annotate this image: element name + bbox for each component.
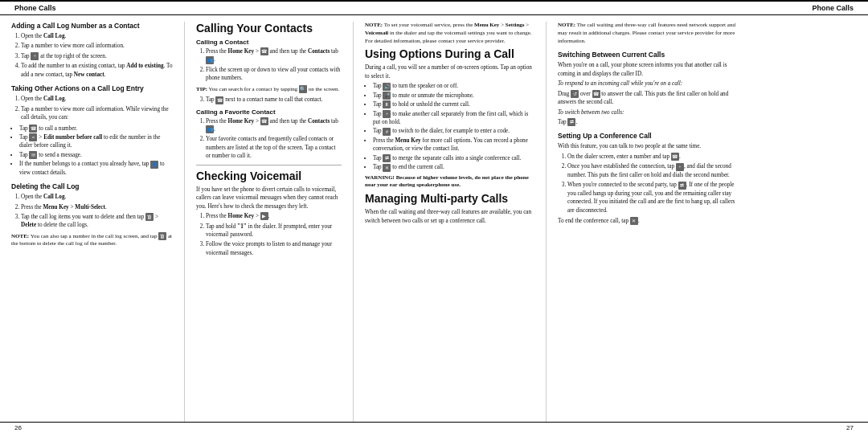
conference-call-body: With this feature, you can talk to two p… [558,142,736,150]
voicemail-steps: Press the Home Key > ▶. Tap and hold "1"… [196,212,342,257]
section2-title: Taking Other Actions on a Call Log Entry [11,84,173,92]
list-item: Open the Call Log. [21,95,173,103]
content-area: Adding a Call Log Number as a Contact Op… [0,15,868,422]
icon-del-small: 🗑 [158,232,166,240]
section2-steps: Open the Call Log. Tap a number to view … [11,95,173,121]
icon-msg: ✉ [29,151,37,159]
list-item: Press the Menu Key > Multi-Select. [21,203,173,211]
list-item: Press the Home Key > ▶. [206,212,342,220]
icon-delete: 🗑 [145,213,154,221]
icon-add-call: + [383,110,391,118]
conference-call-title: Setting Up a Conference Call [558,132,736,140]
calling-contact-tip: TIP: You can search for a contact by tap… [196,85,342,93]
list-item: When you're connected to the second part… [567,181,736,214]
header-left: Phone Calls [14,4,56,12]
icon-contact: 👤 [150,161,158,169]
icon-end-conf: ✕ [630,217,638,225]
list-item: Tap and hold "1" in the dialer. If promp… [206,223,342,239]
icon-call-contact: ☎ [215,96,223,104]
list-item: Tap ☎ to call a number. [19,125,173,133]
section3-title: Deleting the Call Log [11,182,173,190]
column-1: Adding a Call Log Number as a Contact Op… [0,22,185,422]
calling-favorite-steps: Press the Home Key > ☎ and then tap the … [196,117,342,161]
section3-steps: Open the Call Log. Press the Menu Key > … [11,193,173,230]
icon-hold: ⏸ [383,100,391,108]
note-top-col3: NOTE: To set your voicemail service, pre… [365,22,534,45]
section2-bullets: Tap ☎ to call a number. Tap ≡ > Edit num… [11,125,173,178]
list-item: Press the Home Key > ☎ and then tap the … [206,47,342,64]
checking-voicemail-title: Checking Voicemail [196,170,342,182]
italic-respond: To respond to an incoming call while you… [558,80,736,88]
italic-switch: To switch between two calls: [558,108,736,116]
conference-steps: On the dialer screen, enter a number and… [558,153,736,214]
icon-voicemail: ▶ [260,212,268,220]
list-item: Open the Call Log. [21,193,173,201]
icon-drag: ↺ [571,90,579,98]
footer-page-left: 26 [14,424,22,431]
section1-steps: Open the Call Log. Tap a number to view … [11,32,173,79]
icon-answer: ☎ [592,90,600,98]
icon-call-conf: ☎ [671,153,679,161]
icon-contacts-tab: 👥 [206,56,214,64]
warning-text: WARNING! Because of higher volume levels… [365,174,534,190]
list-item: Tap ☎ next to a contact name to call tha… [206,96,342,104]
switching-calls-body: When you're on a call, your phone screen… [558,61,736,78]
icon-search: 🔍 [299,85,307,93]
section3-note: NOTE: You can also tap a number in the c… [11,232,173,248]
divider [196,165,342,165]
footer-bar: 26 27 [0,422,868,433]
list-item: Flick the screen up or down to view all … [206,66,342,83]
column-4: NOTE: The call waiting and three-way cal… [547,22,747,422]
list-item: Tap # to switch to the dialer, for examp… [373,127,534,135]
header-bar: Phone Calls Phone Calls [0,0,868,15]
footer-page-right: 27 [846,424,854,431]
options-bullets: Tap 🔊 to turn the speaker on or off. Tap… [365,82,534,171]
list-item: Tap + at the top right of the screen. [21,52,173,60]
icon-mute: 🎤 [383,92,391,100]
list-item: If the number belongs to a contact you a… [19,160,173,177]
list-item: Tap the call log items you want to delet… [21,213,173,230]
list-item: To add the number to an existing contact… [21,62,173,79]
icon-dialer: # [383,128,391,136]
list-item: Press the Home Key > ☎ and then tap the … [206,117,342,134]
icon-menu: ≡ [29,133,37,141]
managing-multiparty-title: Managing Multi-party Calls [365,192,534,205]
list-item: Press the Menu Key for more call options… [373,137,534,153]
icon-end: ✕ [383,164,391,172]
using-options-body: During a call, you will see a number of … [365,63,534,80]
icon-add-conf: + [676,163,684,171]
icon-contacts-tab2: 👥 [206,125,214,133]
managing-multiparty-body: When the call waiting and three-way call… [365,208,534,225]
list-item: Tap ✕ to end the current call. [373,163,534,171]
icon-phone2: ☎ [260,117,268,125]
header-right: Phone Calls [812,4,854,12]
list-item: Tap a number to view more call informati… [21,42,173,50]
column-3: NOTE: To set your voicemail service, pre… [354,22,547,422]
section1-title: Adding a Call Log Number as a Contact [11,22,173,30]
using-options-title: Using Options During a Call [365,47,534,60]
icon-speaker: 🔊 [383,83,391,91]
list-item: Tap ⏸ to hold or unhold the current call… [373,100,534,108]
column-2: Calling Your Contacts Calling a Contact … [185,22,354,422]
calling-favorite-subtitle: Calling a Favorite Contact [196,108,342,116]
icon-merge-conf: ⇄ [678,182,686,190]
icon-top-right: + [31,52,39,60]
list-item: Tap + to make another call separately fr… [373,110,534,127]
list-item: Follow the voice prompts to listen to an… [206,240,342,257]
list-item: Your favorite contacts and frequently ca… [206,135,342,160]
calling-contact-subtitle: Calling a Contact [196,39,342,46]
calling-contacts-title: Calling Your Contacts [196,22,342,35]
list-item: Tap ⇄ to merge the separate calls into a… [373,154,534,162]
list-item: Open the Call Log. [21,32,173,40]
icon-phone: ☎ [260,47,268,55]
list-item: Tap ≡ > Edit number before call to edit … [19,133,173,150]
icon-merge: ⇄ [383,154,391,162]
icon-call: ☎ [29,125,37,133]
list-item: On the dialer screen, enter a number and… [567,153,736,161]
calling-contact-steps: Press the Home Key > ☎ and then tap the … [196,47,342,83]
list-item: Tap 🔊 to turn the speaker on or off. [373,82,534,90]
list-item: Tap 🎤 to mute or unmute the microphone. [373,92,534,100]
icon-switch: ⇄ [567,118,575,126]
list-item: Tap ✉ to send a message. [19,151,173,159]
list-item: Once you have established the connection… [567,162,736,179]
